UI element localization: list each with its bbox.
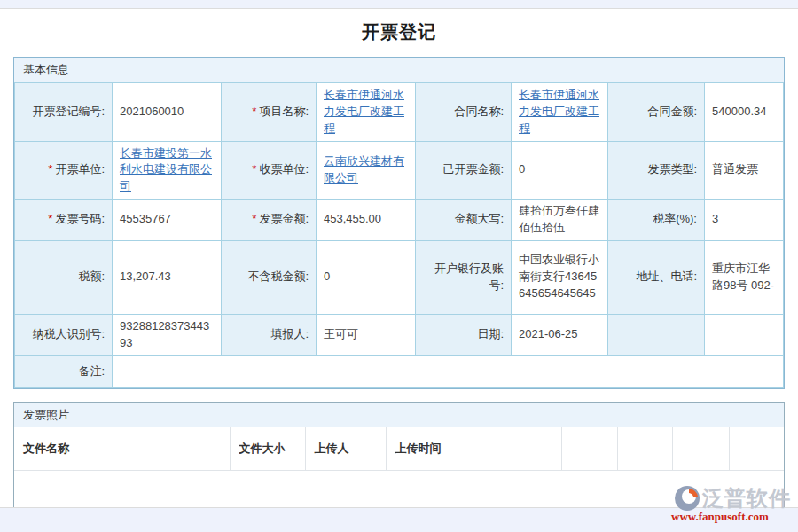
brand-text: 泛普软件: [702, 484, 791, 512]
field-value: 453,455.00: [317, 200, 416, 241]
contract-name-link[interactable]: 长春市伊通河水力发电厂改建工程: [519, 88, 599, 135]
field-label-text: 开票单位:: [55, 162, 105, 176]
field-label-text: 项目名称:: [259, 105, 309, 118]
field-label-text: 发票号码:: [55, 212, 105, 225]
project-name-link[interactable]: 长春市伊通河水力发电厂改建工程: [324, 88, 404, 135]
section-header-invoice-photos: 发票照片: [14, 403, 784, 427]
field-label: 填报人:: [222, 314, 317, 356]
table-row: 纳税人识别号: 9328812837344393 填报人: 王可可 日期: 20…: [15, 314, 784, 356]
field-value-text: 普通发票: [712, 162, 758, 176]
field-value-text: 2021-06-25: [519, 327, 578, 340]
field-value: 0: [317, 240, 416, 314]
receiving-unit-link[interactable]: 云南欣兴建材有限公司: [324, 154, 404, 184]
file-table-header-empty: [617, 427, 672, 470]
field-value: 540000.34: [705, 83, 784, 142]
field-label-text: 发票类型:: [647, 162, 697, 176]
field-value: 0: [512, 141, 608, 200]
field-value-text: 453,455.00: [324, 212, 381, 225]
field-value: 2021060010: [113, 83, 222, 142]
table-row: 税额: 13,207.43 不含税金额: 0 开户银行及账号: 中国农业银行小南…: [15, 240, 784, 314]
field-value: 长春市伊通河水力发电厂改建工程: [512, 83, 608, 142]
section-header-basic-info: 基本信息: [14, 58, 784, 82]
field-value-text: 13,207.43: [120, 270, 171, 283]
fanpu-logo-icon: [674, 485, 700, 512]
required-marker: *: [252, 105, 256, 118]
field-value: 云南欣兴建材有限公司: [317, 141, 416, 200]
field-label-text: 税率(%):: [653, 212, 697, 225]
invoice-photos-table: 文件名称 文件大小 上传人 上传时间: [14, 427, 784, 471]
field-label-text: 金额大写:: [454, 212, 504, 225]
field-value-text: 王可可: [324, 327, 358, 340]
field-value-text: 540000.34: [712, 105, 766, 118]
field-value: 9328812837344393: [113, 314, 222, 356]
field-value-text: 9328812837344393: [120, 319, 209, 349]
field-label-text: 开票登记编号:: [32, 105, 105, 118]
file-table-header-empty: [729, 427, 784, 470]
field-value-text: 3: [712, 212, 718, 225]
file-table-header-empty: [505, 427, 561, 470]
field-label: 合同金额:: [608, 83, 705, 142]
field-label: 备注:: [15, 356, 113, 388]
required-marker: *: [252, 162, 256, 176]
field-value-text: 0: [519, 162, 525, 176]
file-table-header-empty: [561, 427, 617, 470]
field-label: 发票类型:: [608, 141, 705, 200]
field-value: 长春市建投第一水利水电建设有限公司: [113, 141, 222, 200]
field-label: 开户银行及账号:: [416, 240, 512, 314]
field-label: *开票单位:: [15, 141, 113, 200]
field-label: 日期:: [416, 314, 512, 356]
field-label: 纳税人识别号:: [15, 314, 113, 356]
table-row: 开票登记编号: 2021060010 *项目名称: 长春市伊通河水力发电厂改建工…: [15, 83, 784, 142]
required-marker: *: [252, 212, 256, 225]
field-value-text: 2021060010: [120, 105, 184, 118]
top-bar: [0, 0, 798, 9]
field-label: 已开票金额:: [416, 141, 512, 200]
field-value-text: 0: [324, 270, 330, 283]
field-label: *发票金额:: [222, 200, 317, 241]
file-table-header-empty: [672, 427, 729, 470]
field-label-text: 已开票金额:: [442, 162, 504, 176]
field-label-text: 开户银行及账号:: [434, 262, 504, 292]
field-label-empty: [608, 314, 705, 356]
field-label: 地址、电话:: [608, 240, 705, 314]
field-value: 13,207.43: [113, 240, 222, 314]
field-value-text: 肆拾伍万叁仟肆佰伍拾伍: [519, 204, 599, 234]
field-label: 合同名称:: [416, 83, 512, 142]
field-value: 中国农业银行小南街支行43645645654645645: [512, 240, 608, 314]
field-value: 王可可: [317, 314, 416, 356]
field-label: *项目名称:: [222, 83, 317, 142]
invoicing-unit-link[interactable]: 长春市建投第一水利水电建设有限公司: [120, 146, 212, 193]
vendor-watermark: 泛普软件 www.fanpusoft.com: [649, 484, 791, 524]
field-label-text: 日期:: [477, 327, 504, 340]
field-value-text: 重庆市江华路98号 092-: [712, 262, 774, 292]
field-label-text: 备注:: [78, 364, 105, 378]
field-label: *收票单位:: [222, 141, 317, 200]
field-value: 普通发票: [705, 141, 784, 200]
table-row: *开票单位: 长春市建投第一水利水电建设有限公司 *收票单位: 云南欣兴建材有限…: [15, 141, 784, 200]
file-table-header-uploadtime: 上传时间: [386, 427, 505, 470]
field-label-text: 发票金额:: [259, 212, 309, 225]
field-label: 不含税金额:: [222, 240, 317, 314]
field-label-text: 合同金额:: [647, 105, 697, 118]
field-value-text: 45535767: [120, 212, 171, 225]
page-title: 开票登记: [0, 20, 798, 44]
field-value: 重庆市江华路98号 092-: [705, 240, 784, 314]
file-table-header-filename: 文件名称: [14, 427, 230, 470]
basic-info-table: 开票登记编号: 2021060010 *项目名称: 长春市伊通河水力发电厂改建工…: [14, 82, 784, 388]
field-label-text: 合同名称:: [454, 105, 504, 118]
field-value: [113, 356, 784, 388]
field-label-text: 填报人:: [270, 327, 309, 340]
field-value: 3: [705, 200, 784, 241]
required-marker: *: [48, 162, 52, 176]
required-marker: *: [48, 212, 52, 225]
field-label-text: 不含税金额:: [247, 270, 309, 283]
file-table-header-filesize: 文件大小: [230, 427, 305, 470]
field-value: 2021-06-25: [512, 314, 608, 356]
file-table-header-uploader: 上传人: [305, 427, 386, 470]
field-value: 45535767: [113, 200, 222, 241]
field-label: 税额:: [15, 240, 113, 314]
field-label: *发票号码:: [15, 200, 113, 241]
field-label: 开票登记编号:: [15, 83, 113, 142]
field-label-text: 税额:: [78, 270, 105, 283]
field-value-text: 中国农业银行小南街支行43645645654645645: [519, 253, 599, 300]
